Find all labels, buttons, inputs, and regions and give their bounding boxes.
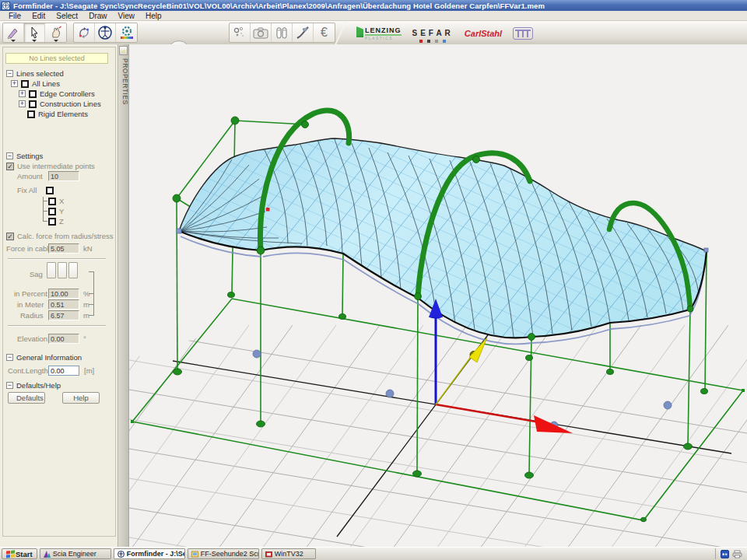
sag-option-button-1[interactable]: [47, 262, 56, 278]
sponsor-logos: LENZINGPLASTICS SEFAR CarlStahl: [356, 23, 533, 44]
menu-edit[interactable]: Edit: [26, 12, 51, 20]
menu-draw[interactable]: Draw: [83, 12, 112, 20]
pencil-icon: [6, 26, 20, 40]
in-meter-input[interactable]: [48, 299, 79, 310]
expand-icon[interactable]: +: [19, 90, 26, 97]
menu-help[interactable]: Help: [140, 12, 167, 20]
toolgroup-edit: [2, 23, 67, 43]
menu-view[interactable]: View: [113, 12, 141, 20]
checkbox-fix-x[interactable]: [48, 198, 56, 205]
collapse-icon[interactable]: −: [6, 382, 13, 389]
checkbox-calc-force[interactable]: ✓: [6, 233, 14, 240]
toolbar: € LENZINGPLASTICS SEFAR CarlStahl: [0, 21, 747, 44]
titlebar[interactable]: Formfinder - J:\Seagate Sync\SyncRecycle…: [0, 0, 747, 11]
screenshot-button[interactable]: [251, 23, 272, 42]
tree-item-all-lines[interactable]: All Lines: [32, 79, 60, 88]
render-brush-button[interactable]: [293, 23, 314, 42]
in-percent-input[interactable]: [48, 289, 79, 299]
radius-input[interactable]: [48, 310, 79, 320]
selected-node-red: [266, 208, 270, 212]
properties-tab-strip: ◀ PROPERTIES: [118, 44, 129, 547]
checkbox-all-lines[interactable]: [21, 80, 29, 88]
bracket-line: [89, 304, 93, 305]
tree-item-construction-lines[interactable]: Construction Lines: [40, 100, 101, 108]
select-tool-button[interactable]: [24, 23, 45, 42]
tree-item-edge-controllers[interactable]: Edge Controllers: [40, 89, 95, 98]
checkbox-fix-z[interactable]: [48, 218, 56, 226]
cont-length-input[interactable]: [48, 366, 79, 376]
help-button[interactable]: Help: [62, 392, 100, 404]
menu-select[interactable]: Select: [51, 12, 83, 20]
scene-canvas[interactable]: [129, 44, 747, 547]
collapse-icon[interactable]: −: [6, 354, 13, 361]
lenzing-subtext: PLASTICS: [365, 34, 402, 40]
bracket-line: [89, 315, 93, 316]
checkbox-fix-y[interactable]: [48, 208, 56, 215]
application-window: Formfinder - J:\Seagate Sync\SyncRecycle…: [0, 0, 747, 560]
fix-all-label: Fix All: [17, 186, 37, 194]
menu-file[interactable]: File: [3, 12, 26, 20]
membrane-surface[interactable]: [129, 44, 747, 487]
expand-icon[interactable]: +: [11, 80, 18, 87]
cont-length-unit: [m]: [84, 366, 94, 375]
formfinder-man-button[interactable]: [95, 23, 116, 42]
y-axis-yellow: [436, 354, 473, 404]
printer-tray-icon[interactable]: [732, 550, 742, 558]
task-label: Scia Engineer: [53, 550, 96, 558]
euro-icon: €: [321, 26, 328, 40]
grab-point-tool-button[interactable]: [45, 23, 66, 42]
app-icon: [2, 2, 10, 10]
draw-tool-button[interactable]: [3, 23, 24, 42]
fix-y-label: Y: [59, 207, 64, 215]
collapse-icon[interactable]: −: [6, 70, 13, 77]
checkbox-edge-controllers[interactable]: [29, 90, 37, 98]
material-rolls-button[interactable]: [272, 23, 293, 42]
amount-input[interactable]: [48, 171, 79, 181]
taskbar-item-formfinder[interactable]: Formfinder - J:\Seaga...: [114, 548, 185, 559]
cost-euro-button[interactable]: €: [314, 23, 335, 42]
defaults-button[interactable]: Defaults: [8, 392, 45, 404]
fix-x-label: X: [59, 197, 64, 205]
checkbox-fix-all[interactable]: [46, 187, 54, 194]
settings-gear-button[interactable]: [116, 23, 137, 42]
wintv-icon: [265, 551, 272, 558]
dropdown-arrow-icon[interactable]: [11, 40, 16, 42]
properties-panel: No Lines selected −Lines selected +All L…: [0, 44, 118, 547]
viewport-3d[interactable]: [129, 44, 747, 547]
amount-label: Amount: [17, 172, 43, 180]
taskbar-item-scia[interactable]: Scia Engineer: [40, 548, 111, 559]
taskbar-item-wintv[interactable]: WinTV32: [261, 548, 316, 559]
checkbox-construction-lines[interactable]: [29, 100, 37, 108]
dropdown-arrow-icon[interactable]: [54, 40, 58, 42]
settings-header: Settings: [16, 152, 43, 160]
vitruvian-man-icon: [97, 25, 113, 40]
checkbox-use-intermediate-points[interactable]: ✓: [6, 163, 14, 170]
window-title: Formfinder - J:\Seagate Sync\SyncRecycle…: [13, 2, 545, 10]
collapse-icon[interactable]: −: [6, 152, 13, 159]
x-axis-arrowhead: [534, 415, 573, 433]
dropdown-arrow-icon[interactable]: [32, 40, 37, 42]
options-bubbles-button[interactable]: [230, 23, 251, 42]
toolgroup-view: [73, 23, 138, 43]
separator: [8, 325, 106, 326]
move-arrows-icon: [77, 26, 91, 40]
calc-force-label: Calc. force from radius/stress: [17, 232, 114, 240]
scia-icon: [44, 551, 51, 558]
force-in-cable-input[interactable]: [48, 243, 79, 254]
tray-app-icon[interactable]: [721, 550, 729, 558]
taskbar-item-screenshot[interactable]: FF-Seehunde2 Screensh...: [188, 548, 259, 559]
camera-icon: [253, 26, 268, 39]
sag-option-button-3[interactable]: [68, 262, 78, 278]
properties-tab-label[interactable]: PROPERTIES: [118, 58, 129, 105]
elevation-input[interactable]: [48, 334, 79, 344]
collapse-panel-arrow-icon[interactable]: ◀: [119, 46, 128, 55]
bracket-line: [93, 271, 94, 316]
checkbox-rigid-elements[interactable]: [27, 110, 35, 118]
start-button[interactable]: Start: [2, 548, 37, 559]
toolgroup-output: €: [229, 23, 335, 43]
expand-icon[interactable]: +: [19, 100, 26, 107]
tree-item-rigid-elements[interactable]: Rigid Elements: [38, 110, 88, 118]
sag-option-button-2[interactable]: [58, 262, 67, 278]
move-rotate-button[interactable]: [74, 23, 95, 42]
toolbar-divider: [335, 21, 356, 44]
